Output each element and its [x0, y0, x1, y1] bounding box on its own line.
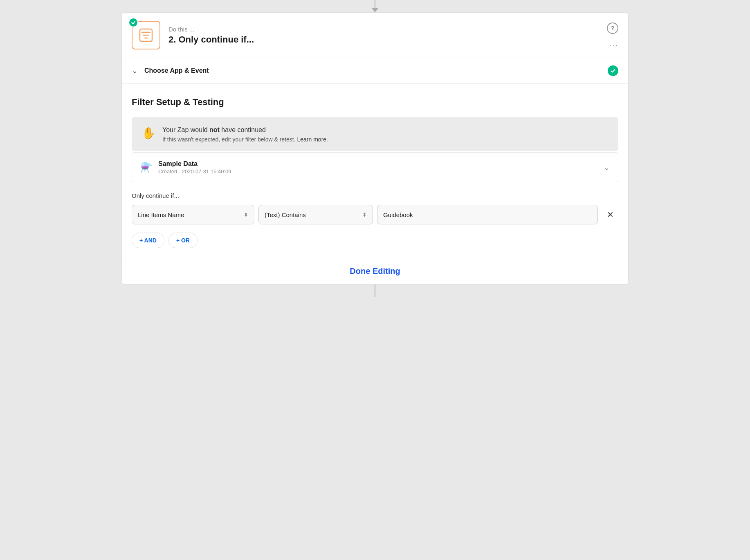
sample-data-left: ⚗️ Sample Data Created - 2020-07-31 15:4… [140, 160, 231, 175]
filter-row: Line Items Name ⬍ (Text) Contains ⬍ Guid… [132, 205, 618, 224]
step-icon-wrapper [132, 21, 160, 49]
warning-content: Your Zap would not have continued If thi… [162, 125, 328, 143]
condition-arrows-icon: ⬍ [358, 212, 367, 218]
card-header: Do this ... 2. Only continue if... ? ... [122, 13, 628, 58]
done-editing-button[interactable]: Done Editing [350, 267, 400, 276]
sample-data-info: Sample Data Created - 2020-07-31 15:40:0… [158, 160, 231, 175]
condition-select-value: (Text) Contains [265, 211, 306, 218]
more-button[interactable]: ... [609, 39, 618, 48]
remove-filter-button[interactable]: ✕ [602, 206, 618, 223]
filter-input-value: Guidebook [383, 211, 413, 218]
warning-text: Your Zap would not have continued [162, 125, 328, 134]
check-badge [128, 18, 138, 27]
or-button[interactable]: + OR [168, 233, 198, 248]
step-title: 2. Only continue if... [168, 34, 607, 45]
choose-app-section[interactable]: ⌄ Choose App & Event [122, 58, 628, 84]
only-continue-label: Only continue if... [132, 192, 618, 199]
field-select[interactable]: Line Items Name ⬍ [132, 205, 254, 224]
chevron-down-icon: ⌄ [132, 66, 138, 75]
connector-bottom [375, 284, 375, 297]
sample-data-title: Sample Data [158, 160, 231, 168]
header-text: Do this ... 2. Only continue if... [168, 26, 607, 45]
sample-data-box[interactable]: ⚗️ Sample Data Created - 2020-07-31 15:4… [132, 152, 618, 182]
filter-actions: + AND + OR [132, 233, 618, 248]
warning-subtext: If this wasn't expected, edit your filte… [162, 136, 328, 143]
filter-setup-section: Filter Setup & Testing ✋ Your Zap would … [122, 84, 628, 258]
warning-banner: ✋ Your Zap would not have continued If t… [132, 117, 618, 151]
filter-value-input[interactable]: Guidebook [377, 205, 598, 224]
field-select-value: Line Items Name [138, 211, 184, 218]
filter-icon [139, 28, 153, 43]
header-actions: ? ... [607, 22, 618, 48]
do-this-label: Do this ... [168, 26, 607, 33]
check-icon [131, 20, 136, 25]
done-editing-footer: Done Editing [122, 258, 628, 284]
connector-top [375, 0, 375, 8]
choose-app-left: ⌄ Choose App & Event [132, 66, 209, 75]
select-arrows-icon: ⬍ [240, 212, 248, 218]
page-container: Do this ... 2. Only continue if... ? ...… [113, 0, 637, 560]
sample-data-date: Created - 2020-07-31 15:40:09 [158, 168, 231, 175]
section-title: Filter Setup & Testing [132, 97, 618, 108]
chevron-right-icon: ⌄ [604, 163, 610, 172]
main-card: Do this ... 2. Only continue if... ? ...… [121, 12, 629, 284]
help-button[interactable]: ? [607, 22, 618, 34]
choose-app-label: Choose App & Event [144, 67, 209, 74]
choose-app-check-icon [608, 65, 618, 76]
hand-icon: ✋ [141, 126, 156, 140]
and-button[interactable]: + AND [132, 233, 164, 248]
condition-select[interactable]: (Text) Contains ⬍ [258, 205, 373, 224]
learn-more-link[interactable]: Learn more. [297, 136, 328, 143]
arrow-down-icon [372, 8, 378, 12]
beaker-icon: ⚗️ [140, 162, 153, 173]
